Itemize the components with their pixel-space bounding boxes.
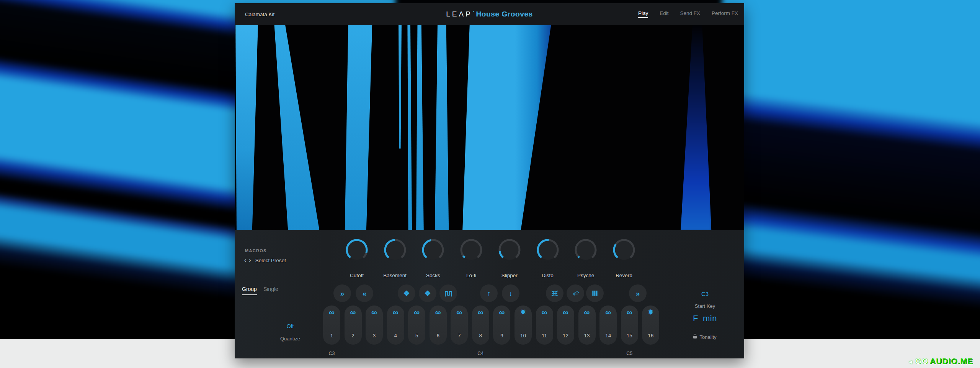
loop-icon: ∞ [563, 307, 568, 317]
loop-icon: ∞ [605, 307, 611, 317]
macro-knob-basement[interactable]: Basement [383, 238, 407, 280]
knob-arc [459, 238, 483, 262]
artwork-ribbon [414, 25, 427, 230]
artwork-ribbon [405, 25, 412, 230]
page-forward-button[interactable]: » [629, 284, 647, 302]
tab-single[interactable]: Single [263, 286, 278, 295]
loop-icon: ∞ [627, 307, 632, 317]
pad-number: 8 [479, 333, 482, 338]
pad-number: 3 [373, 333, 376, 338]
pad-16[interactable]: ✹16 [642, 306, 659, 345]
logo-leap-text: LEΛP [446, 10, 472, 18]
knob-arc [345, 238, 369, 262]
one-shot-icon: ✹ [648, 307, 653, 317]
artwork-ribbon [397, 25, 403, 230]
knob-label: Basement [383, 273, 407, 278]
watermark-site-text: AUDIO.ME [930, 356, 973, 366]
nudge-back-button[interactable] [567, 284, 584, 302]
preset-selector-label[interactable]: Select Preset [255, 258, 286, 263]
pad-11[interactable]: ∞11 [536, 306, 553, 345]
loop-icon: ∞ [499, 307, 505, 317]
pad-number: 15 [627, 333, 632, 338]
nav-perform-fx[interactable]: Perform FX [712, 10, 738, 18]
macro-knob-disto[interactable]: Disto [536, 238, 560, 280]
pad-8[interactable]: ∞8 [472, 306, 489, 345]
loop-icon: ∞ [350, 307, 356, 317]
artwork-ribbon [270, 25, 323, 230]
knob-label: Reverb [616, 273, 632, 278]
knob-arc [383, 238, 407, 262]
pad-3[interactable]: ∞3 [366, 306, 383, 345]
macros-section-label: MACROS [245, 248, 267, 253]
artwork-ribbon [235, 25, 261, 230]
pad-number: 1 [330, 333, 333, 338]
pad-6[interactable]: ∞6 [430, 306, 447, 345]
topbar-nav: PlayEditSend FXPerform FX [638, 10, 738, 18]
double-chevron-right-icon: » [340, 290, 345, 297]
knob-arc [536, 238, 560, 262]
humanize-a-button[interactable]: ❖ [398, 284, 415, 302]
pad-number: 13 [584, 333, 590, 338]
transpose-up-button[interactable]: ↑ [480, 284, 498, 302]
watermark-cursor-icon: ◄ [908, 359, 913, 365]
quantize-grid-button[interactable] [586, 284, 604, 302]
key-label-c4: C4 [473, 351, 488, 356]
tonality-value[interactable]: Fmin [673, 314, 737, 324]
quantize-label: Quantize [258, 336, 323, 342]
knob-label: Psyche [577, 273, 594, 278]
tonality-label: Tonality [699, 334, 716, 340]
logo-tick: ′ [473, 9, 474, 16]
macro-knob-socks[interactable]: Socks [421, 238, 445, 280]
pad-1[interactable]: ∞1 [323, 306, 340, 345]
transpose-down-button[interactable]: ↓ [502, 284, 519, 302]
macro-knob-psyche[interactable]: Psyche [574, 238, 598, 280]
pad-5[interactable]: ∞5 [408, 306, 425, 345]
pad-number: 4 [394, 333, 397, 338]
pad-number: 10 [520, 333, 526, 338]
pad-7[interactable]: ∞7 [451, 306, 468, 345]
control-panel: MACROS ‹ › Select Preset CutoffBasementS… [235, 230, 744, 358]
macro-knob-lo-fi[interactable]: Lo-fi [459, 238, 483, 280]
humanize-b-button[interactable]: ❖ [419, 284, 436, 302]
pad-13[interactable]: ∞13 [578, 306, 596, 345]
double-chevron-left-icon: « [363, 290, 367, 297]
stretch-button[interactable] [546, 284, 564, 302]
knob-arc [421, 238, 445, 262]
knob-label: Disto [542, 273, 554, 278]
pattern-forward-button[interactable]: » [333, 284, 351, 302]
nav-send-fx[interactable]: Send FX [680, 10, 700, 18]
macro-knob-cutoff[interactable]: Cutoff [345, 238, 369, 280]
preset-next-button[interactable]: › [249, 257, 251, 263]
pad-12[interactable]: ∞12 [557, 306, 574, 345]
page: Calamata Kit LEΛP ′ House Grooves PlayEd… [0, 0, 980, 368]
artwork-display [235, 25, 744, 230]
start-key-label: Start Key [673, 303, 737, 309]
lock-icon[interactable] [693, 336, 697, 338]
nav-edit[interactable]: Edit [660, 10, 668, 18]
loop-icon: ∞ [584, 307, 590, 317]
start-key-value[interactable]: C3 [673, 291, 737, 297]
diamond-dots-icon: ❖ [403, 290, 410, 297]
tonality-scale[interactable]: min [703, 314, 717, 323]
pad-number: 5 [415, 333, 418, 338]
tonality-root[interactable]: F [693, 314, 698, 323]
nav-play[interactable]: Play [638, 10, 648, 18]
macro-knob-reverb[interactable]: Reverb [612, 238, 636, 280]
waveform-button[interactable] [439, 284, 457, 302]
pad-15[interactable]: ∞15 [621, 306, 638, 345]
pad-10[interactable]: ✹10 [514, 306, 532, 345]
loop-icon: ∞ [542, 307, 547, 317]
kit-name[interactable]: Calamata Kit [245, 12, 274, 17]
pattern-back-button[interactable]: « [356, 284, 373, 302]
pad-4[interactable]: ∞4 [387, 306, 404, 345]
preset-prev-button[interactable]: ‹ [244, 257, 246, 263]
tab-group[interactable]: Group [242, 286, 257, 295]
artwork-ribbon [339, 25, 382, 230]
macro-knob-slipper[interactable]: Slipper [498, 238, 521, 280]
plugin-topbar: Calamata Kit LEΛP ′ House Grooves PlayEd… [235, 3, 744, 25]
pad-14[interactable]: ∞14 [599, 306, 617, 345]
quantize-value[interactable]: Off [258, 323, 323, 329]
pad-2[interactable]: ∞2 [345, 306, 362, 345]
pad-9[interactable]: ∞9 [493, 306, 510, 345]
watermark: ◄ GO AUDIO.ME [908, 356, 973, 366]
